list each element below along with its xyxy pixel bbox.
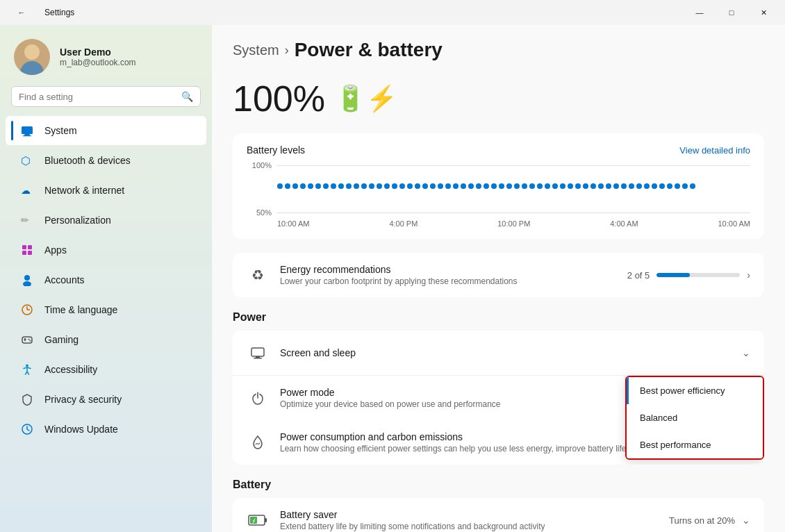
chart-dots-area [247,175,750,203]
power-section-title: Power [233,311,764,324]
energy-text: Energy recommendations Lower your carbon… [280,264,616,286]
svg-rect-2 [23,135,31,136]
sidebar-item-bluetooth[interactable]: ⬡ Bluetooth & devices [6,146,206,175]
time-label: 10:00 AM [718,219,750,228]
chart-dot [346,183,352,189]
svg-text:✏: ✏ [21,215,29,226]
chart-dot [621,183,627,189]
chart-dot [361,183,367,189]
svg-rect-26 [251,348,264,356]
system-nav-label: System [44,125,77,136]
dropdown-option-balanced[interactable]: Balanced [627,404,763,431]
chart-dot [529,183,535,189]
chart-dot [384,183,390,189]
minimize-button[interactable]: — [684,0,716,25]
breadcrumb-separator: › [285,43,289,58]
titlebar-title: Settings [44,8,74,17]
screen-sleep-text: Screen and sleep [280,347,731,358]
chart-dot [453,183,458,189]
chart-dot [445,183,451,189]
energy-row[interactable]: ♻ Energy recommendations Lower your carb… [233,253,764,297]
chart-dot [377,183,382,189]
view-detailed-link[interactable]: View detailed info [679,145,750,156]
screen-sleep-row[interactable]: Screen and sleep ⌄ [233,331,764,376]
chart-100-row: 100% [247,161,750,169]
energy-subtitle: Lower your carbon footprint by applying … [280,276,616,286]
titlebar-left: ← Settings [6,0,74,25]
energy-recommendations-card: ♻ Energy recommendations Lower your carb… [233,253,764,297]
progress-label: 2 of 5 [627,270,650,281]
battery-percentage: 100% [233,78,325,119]
privacy-nav-label: Privacy & security [44,394,122,405]
chart-dot [308,183,313,189]
battery-saver-row[interactable]: Battery saver Extend battery life by lim… [233,498,764,532]
chart-dot [422,183,428,189]
dropdown-option-performance[interactable]: Best performance [627,431,763,458]
svg-point-11 [23,281,31,286]
battery-saver-subtitle: Extend battery life by limiting some not… [280,522,658,531]
maximize-button[interactable]: □ [716,0,747,25]
chart-dot [629,183,634,189]
search-input[interactable] [19,92,176,102]
app-container: User Demo m_lab@outlook.com 🔍 System ⬡ B… [0,25,785,532]
sidebar-item-system[interactable]: System [6,116,206,145]
chart-dot [430,183,436,189]
chevron-down-icon: ⌄ [742,347,750,358]
chart-dot [568,183,573,189]
breadcrumb-system[interactable]: System [233,42,279,58]
power-mode-dropdown[interactable]: Best power efficiency Balanced Best perf… [625,376,764,460]
sidebar-item-update[interactable]: Windows Update [6,415,206,444]
apps-nav-icon [19,242,35,258]
battery-charging-icon: 🔋⚡ [335,84,397,113]
avatar-person [19,42,44,75]
svg-text:⬡: ⬡ [21,155,31,167]
screen-sleep-right: ⌄ [742,347,750,358]
battery-display: 100% 🔋⚡ [233,78,764,119]
chart-dot [636,183,642,189]
chart-dot [338,183,344,189]
privacy-nav-icon [19,392,35,407]
personalization-nav-label: Personalization [44,215,111,226]
svg-point-10 [24,275,30,281]
back-button[interactable]: ← [6,0,38,25]
chart-dot [583,183,588,189]
sidebar-item-apps[interactable]: Apps [6,235,206,265]
chart-dot [667,183,672,189]
titlebar: ← Settings — □ ✕ [0,0,785,25]
chart-dot [659,183,665,189]
chart-dot [292,183,298,189]
close-button[interactable]: ✕ [747,0,779,25]
screen-sleep-title: Screen and sleep [280,347,731,358]
chart-label-50: 50% [247,208,272,217]
search-box[interactable]: 🔍 [11,86,201,107]
update-nav-label: Windows Update [44,424,118,435]
chart-dot [652,183,657,189]
search-icon: 🔍 [181,91,193,102]
chart-dot [690,183,695,189]
chart-dot [545,183,550,189]
svg-line-24 [27,372,29,374]
sidebar-item-time[interactable]: Time & language [6,295,206,324]
time-nav-icon [19,302,35,317]
sidebar-item-privacy[interactable]: Privacy & security [6,385,206,414]
chart-line-100 [277,165,750,166]
dropdown-option-efficiency[interactable]: Best power efficiency [627,377,763,404]
page-header: System › Power & battery [233,39,764,61]
sidebar-item-accessibility[interactable]: Accessibility [6,355,206,384]
bluetooth-nav-label: Bluetooth & devices [44,155,131,166]
user-section: User Demo m_lab@outlook.com [0,25,212,86]
svg-rect-8 [22,251,26,255]
svg-rect-7 [28,245,32,249]
chart-dot [300,183,306,189]
accounts-nav-icon [19,272,35,288]
sidebar-item-accounts[interactable]: Accounts [6,265,206,294]
sidebar-item-personalization[interactable]: ✏ Personalization [6,206,206,235]
svg-rect-15 [22,337,32,343]
time-label: 10:00 AM [277,219,309,228]
chart-dot [644,183,650,189]
svg-text:☁: ☁ [21,185,31,196]
sidebar-item-gaming[interactable]: Gaming [6,325,206,354]
chart-dot [285,183,290,189]
sidebar-item-network[interactable]: ☁ Network & internet [6,176,206,205]
page-title: Power & battery [295,39,443,61]
